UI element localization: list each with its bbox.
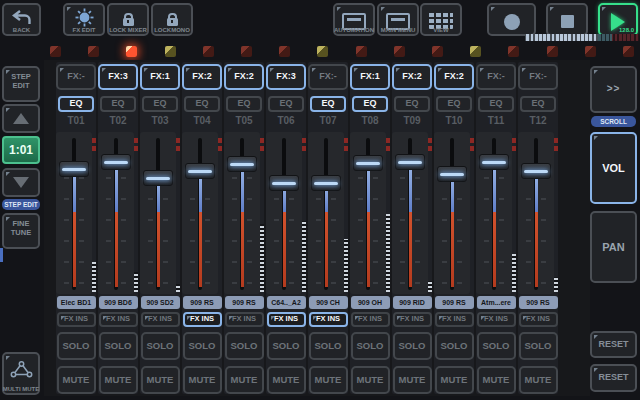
reset-mute-button[interactable]: RESET <box>590 364 637 392</box>
solo-button-8[interactable]: SOLO <box>351 332 390 360</box>
mute-button-2[interactable]: MUTE <box>99 366 138 394</box>
track-name-8[interactable]: 909 OH <box>351 296 390 309</box>
fx-ins-button-10[interactable]: FX INS <box>435 312 474 327</box>
solo-button-2[interactable]: SOLO <box>99 332 138 360</box>
volume-fader-9[interactable] <box>395 154 425 170</box>
reset-solo-button[interactable]: RESET <box>590 331 637 358</box>
solo-button-1[interactable]: SOLO <box>57 332 96 360</box>
solo-button-6[interactable]: SOLO <box>267 332 306 360</box>
fx-ins-button-4[interactable]: FX INS <box>183 312 222 327</box>
mute-button-10[interactable]: MUTE <box>435 366 474 394</box>
volume-fader-7[interactable] <box>311 175 341 191</box>
fx-slot-button-6[interactable]: FX:3 <box>266 64 306 90</box>
back-button[interactable]: BACK <box>2 3 41 36</box>
fx-ins-button-7[interactable]: FX INS <box>309 312 348 327</box>
pan-mode-button[interactable]: PAN <box>590 211 637 283</box>
track-name-1[interactable]: Elec BD1 <box>57 296 96 309</box>
track-name-7[interactable]: 909 CH <box>309 296 348 309</box>
play-button[interactable]: 128.0 <box>598 3 638 36</box>
eq-button-4[interactable]: EQ <box>184 96 220 112</box>
mute-button-8[interactable]: MUTE <box>351 366 390 394</box>
eq-button-10[interactable]: EQ <box>436 96 472 112</box>
mute-button-9[interactable]: MUTE <box>393 366 432 394</box>
volume-fader-8[interactable] <box>353 155 383 171</box>
vol-mode-button[interactable]: VOL <box>590 132 637 204</box>
step-edit-mode-button[interactable]: STEP EDIT <box>2 66 40 102</box>
eq-button-6[interactable]: EQ <box>268 96 304 112</box>
track-name-3[interactable]: 909 SD2 <box>141 296 180 309</box>
eq-button-3[interactable]: EQ <box>142 96 178 112</box>
scroll-right-button[interactable]: >> <box>590 66 637 113</box>
fx-ins-button-3[interactable]: FX INS <box>141 312 180 327</box>
mute-button-6[interactable]: MUTE <box>267 366 306 394</box>
eq-button-2[interactable]: EQ <box>100 96 136 112</box>
lock-mixer-button[interactable]: LOCK MIXER <box>107 3 149 36</box>
track-name-11[interactable]: Atm...ere <box>477 296 516 309</box>
solo-button-9[interactable]: SOLO <box>393 332 432 360</box>
fx-slot-button-11[interactable]: FX:- <box>476 64 516 90</box>
solo-button-11[interactable]: SOLO <box>477 332 516 360</box>
mute-button-12[interactable]: MUTE <box>519 366 558 394</box>
eq-button-7[interactable]: EQ <box>310 96 346 112</box>
volume-fader-3[interactable] <box>143 170 173 186</box>
multi-mute-button[interactable]: MULTI MUTE <box>2 352 40 395</box>
track-name-2[interactable]: 909 BD6 <box>99 296 138 309</box>
volume-fader-1[interactable] <box>59 161 89 177</box>
fx-slot-button-5[interactable]: FX:2 <box>224 64 264 90</box>
eq-button-9[interactable]: EQ <box>394 96 430 112</box>
mute-button-1[interactable]: MUTE <box>57 366 96 394</box>
lock-mono-button[interactable]: LOCKMONO <box>151 3 193 36</box>
solo-button-5[interactable]: SOLO <box>225 332 264 360</box>
stop-button[interactable] <box>546 3 588 36</box>
track-name-4[interactable]: 909 RS <box>183 296 222 309</box>
mute-button-11[interactable]: MUTE <box>477 366 516 394</box>
step-up-button[interactable] <box>2 104 40 133</box>
eq-button-8[interactable]: EQ <box>352 96 388 112</box>
volume-fader-6[interactable] <box>269 175 299 191</box>
fx-ins-button-1[interactable]: FX INS <box>57 312 96 327</box>
fx-ins-button-2[interactable]: FX INS <box>99 312 138 327</box>
fx-slot-button-9[interactable]: FX:2 <box>392 64 432 90</box>
fx-ins-button-8[interactable]: FX INS <box>351 312 390 327</box>
volume-fader-2[interactable] <box>101 154 131 170</box>
fx-ins-button-6[interactable]: FX INS <box>267 312 306 327</box>
track-name-12[interactable]: 909 RS <box>519 296 558 309</box>
fx-edit-button[interactable]: FX EDIT <box>63 3 105 36</box>
record-button[interactable] <box>487 3 536 36</box>
track-name-6[interactable]: C64.._A2 <box>267 296 306 309</box>
eq-button-11[interactable]: EQ <box>478 96 514 112</box>
fx-slot-button-8[interactable]: FX:1 <box>350 64 390 90</box>
fine-tune-button[interactable]: FINE TUNE <box>2 213 40 249</box>
track-name-10[interactable]: 909 RS <box>435 296 474 309</box>
track-name-5[interactable]: 909 RS <box>225 296 264 309</box>
main-menu-button[interactable]: MAIN MENU <box>377 3 419 36</box>
fx-ins-button-5[interactable]: FX INS <box>225 312 264 327</box>
fx-slot-button-12[interactable]: FX:- <box>518 64 558 90</box>
fx-slot-button-1[interactable]: FX:- <box>56 64 96 90</box>
solo-button-7[interactable]: SOLO <box>309 332 348 360</box>
solo-button-4[interactable]: SOLO <box>183 332 222 360</box>
mute-button-7[interactable]: MUTE <box>309 366 348 394</box>
automation-button[interactable]: AUTOMATION <box>333 3 375 36</box>
view-button[interactable]: VIEW <box>420 3 462 36</box>
solo-button-12[interactable]: SOLO <box>519 332 558 360</box>
track-name-9[interactable]: 909 RID <box>393 296 432 309</box>
fx-slot-button-3[interactable]: FX:1 <box>140 64 180 90</box>
eq-button-1[interactable]: EQ <box>58 96 94 112</box>
fx-ins-button-12[interactable]: FX INS <box>519 312 558 327</box>
fx-ins-button-9[interactable]: FX INS <box>393 312 432 327</box>
volume-fader-4[interactable] <box>185 163 215 179</box>
step-down-button[interactable] <box>2 168 40 197</box>
solo-button-10[interactable]: SOLO <box>435 332 474 360</box>
eq-button-5[interactable]: EQ <box>226 96 262 112</box>
eq-button-12[interactable]: EQ <box>520 96 556 112</box>
volume-fader-11[interactable] <box>479 154 509 170</box>
solo-button-3[interactable]: SOLO <box>141 332 180 360</box>
fx-ins-button-11[interactable]: FX INS <box>477 312 516 327</box>
fx-slot-button-10[interactable]: FX:2 <box>434 64 474 90</box>
mute-button-4[interactable]: MUTE <box>183 366 222 394</box>
volume-fader-12[interactable] <box>521 163 551 179</box>
fx-slot-button-7[interactable]: FX:- <box>308 64 348 90</box>
volume-fader-5[interactable] <box>227 156 257 172</box>
fx-slot-button-2[interactable]: FX:3 <box>98 64 138 90</box>
